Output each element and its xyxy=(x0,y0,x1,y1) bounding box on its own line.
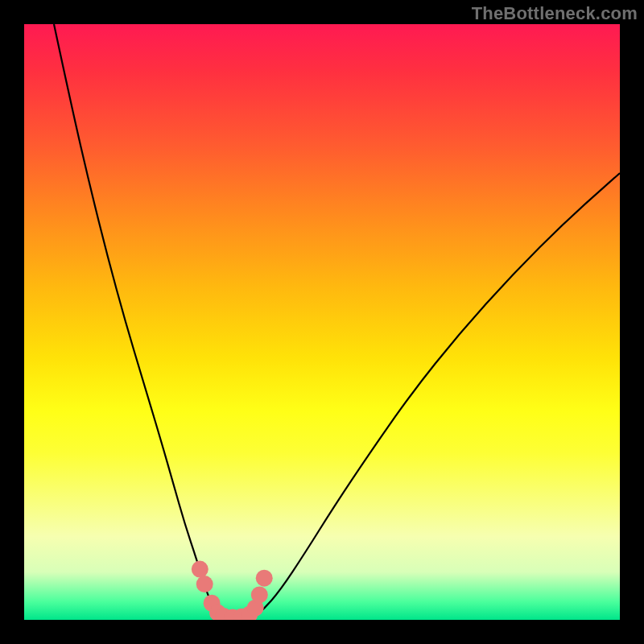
watermark-text: TheBottleneck.com xyxy=(472,3,638,24)
curve-left xyxy=(54,24,221,620)
marker-point xyxy=(256,570,273,587)
plot-area xyxy=(24,24,620,620)
marker-group xyxy=(192,561,273,620)
chart-frame: TheBottleneck.com xyxy=(0,0,644,644)
marker-point xyxy=(196,576,213,592)
marker-point xyxy=(251,586,268,603)
chart-svg xyxy=(24,24,620,620)
curve-right xyxy=(250,173,620,620)
marker-point xyxy=(192,561,208,578)
